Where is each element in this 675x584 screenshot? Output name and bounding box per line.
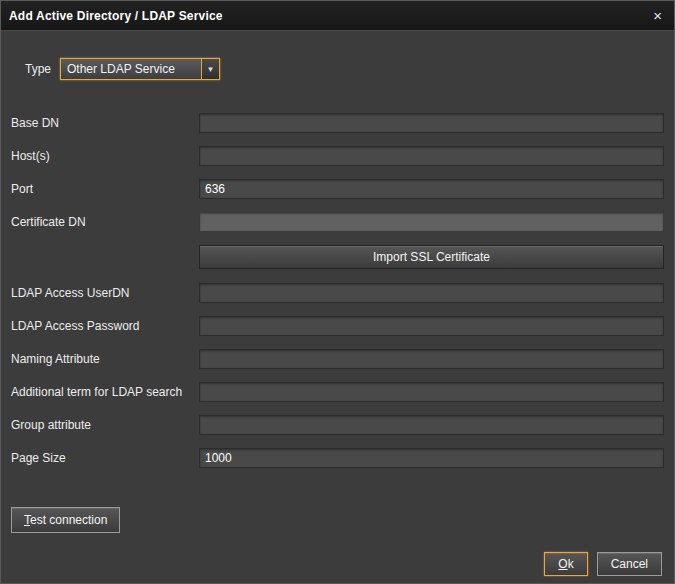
test-connection-rest: est connection [30,513,107,527]
dialog-title: Add Active Directory / LDAP Service [9,9,651,23]
hosts-input[interactable] [199,146,664,166]
ok-button[interactable]: Ok [544,552,587,576]
page-size-label: Page Size [11,451,199,465]
fields-section: Base DN Host(s) Port Certificate DN Impo… [11,113,664,468]
port-label: Port [11,182,199,196]
dialog-content: Type Other LDAP Service ▼ Base DN Host(s… [1,58,674,533]
base-dn-label: Base DN [11,116,199,130]
chevron-down-icon[interactable]: ▼ [201,59,219,79]
ldap-access-password-input[interactable] [199,316,664,336]
certificate-dn-input [199,212,664,232]
ldap-access-userdn-label: LDAP Access UserDN [11,286,199,300]
field-row-port: Port [11,179,664,199]
additional-term-input[interactable] [199,382,664,402]
ok-accel: O [558,557,567,571]
field-row-group-attribute: Group attribute [11,415,664,435]
dialog-titlebar: Add Active Directory / LDAP Service × [1,1,674,31]
close-icon[interactable]: × [651,6,664,25]
cancel-button[interactable]: Cancel [597,552,662,576]
dialog-footer: Ok Cancel [544,552,662,576]
certificate-dn-label: Certificate DN [11,215,199,229]
group-attribute-input[interactable] [199,415,664,435]
field-row-ldap-access-password: LDAP Access Password [11,316,664,336]
field-row-hosts: Host(s) [11,146,664,166]
test-connection-button[interactable]: Test connection [11,507,120,533]
ldap-access-password-label: LDAP Access Password [11,319,199,333]
additional-term-label: Additional term for LDAP search [11,385,199,399]
field-row-import-ssl: Import SSL Certificate [11,245,664,269]
field-row-base-dn: Base DN [11,113,664,133]
naming-attribute-label: Naming Attribute [11,352,199,366]
type-row: Type Other LDAP Service ▼ [25,58,664,80]
hosts-label: Host(s) [11,149,199,163]
group-attribute-label: Group attribute [11,418,199,432]
type-dropdown[interactable]: Other LDAP Service ▼ [60,58,220,80]
type-label: Type [25,62,51,76]
field-row-ldap-access-userdn: LDAP Access UserDN [11,283,664,303]
field-row-additional-term: Additional term for LDAP search [11,382,664,402]
field-row-page-size: Page Size [11,448,664,468]
port-input[interactable] [199,179,664,199]
ldap-access-userdn-input[interactable] [199,283,664,303]
naming-attribute-input[interactable] [199,349,664,369]
type-dropdown-value: Other LDAP Service [61,59,201,79]
import-ssl-certificate-button[interactable]: Import SSL Certificate [199,245,664,269]
ok-rest: k [568,557,574,571]
field-row-naming-attribute: Naming Attribute [11,349,664,369]
add-ldap-service-dialog: Add Active Directory / LDAP Service × Ty… [0,0,675,584]
page-size-input[interactable] [199,448,664,468]
base-dn-input[interactable] [199,113,664,133]
field-row-certificate-dn: Certificate DN [11,212,664,232]
